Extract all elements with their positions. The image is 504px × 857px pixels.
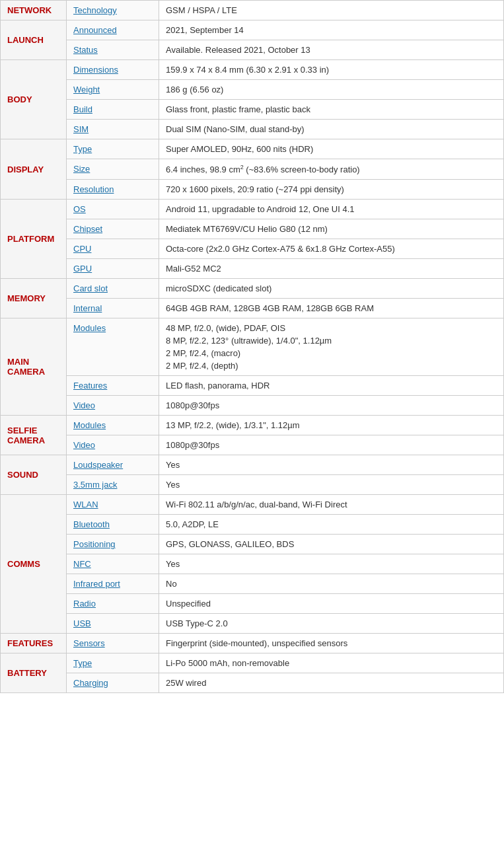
spec-label[interactable]: GPU — [67, 259, 159, 279]
spec-value: GSM / HSPA / LTE — [159, 1, 504, 20]
category-label: DISPLAY — [1, 139, 67, 200]
spec-label-link[interactable]: Technology — [73, 5, 117, 15]
table-row: NFCYes — [1, 554, 504, 574]
spec-label-link[interactable]: NFC — [73, 559, 91, 569]
spec-value: 64GB 4GB RAM, 128GB 4GB RAM, 128GB 6GB R… — [159, 299, 504, 318]
table-row: DISPLAYTypeSuper AMOLED, 90Hz, 600 nits … — [1, 139, 504, 159]
spec-label[interactable]: 3.5mm jack — [67, 475, 159, 495]
spec-label[interactable]: Positioning — [67, 535, 159, 554]
spec-label[interactable]: USB — [67, 614, 159, 634]
spec-label[interactable]: Weight — [67, 80, 159, 100]
spec-label-link[interactable]: Build — [73, 104, 92, 114]
spec-value: 13 MP, f/2.2, (wide), 1/3.1", 1.12µm — [159, 416, 504, 435]
spec-label[interactable]: Modules — [67, 416, 159, 435]
spec-label[interactable]: CPU — [67, 239, 159, 259]
spec-label-link[interactable]: OS — [73, 204, 86, 214]
spec-label-link[interactable]: Dimensions — [73, 65, 118, 75]
table-row: NETWORKTechnologyGSM / HSPA / LTE — [1, 1, 504, 20]
spec-value: Unspecified — [159, 594, 504, 614]
spec-label-link[interactable]: Status — [73, 45, 98, 55]
spec-label[interactable]: Card slot — [67, 279, 159, 299]
spec-label[interactable]: OS — [67, 200, 159, 219]
spec-label[interactable]: Build — [67, 100, 159, 120]
spec-label-link[interactable]: CPU — [73, 244, 91, 254]
spec-label[interactable]: SIM — [67, 120, 159, 139]
spec-label[interactable]: Status — [67, 40, 159, 60]
spec-value: Yes — [159, 455, 504, 475]
spec-label[interactable]: Loudspeaker — [67, 455, 159, 475]
table-row: SIMDual SIM (Nano-SIM, dual stand-by) — [1, 120, 504, 139]
table-row: GPUMali-G52 MC2 — [1, 259, 504, 279]
spec-label-link[interactable]: Card slot — [73, 283, 108, 293]
spec-label-link[interactable]: Loudspeaker — [73, 460, 123, 470]
spec-label[interactable]: Type — [67, 139, 159, 159]
specs-table: NETWORKTechnologyGSM / HSPA / LTELAUNCHA… — [0, 0, 504, 693]
spec-label-link[interactable]: GPU — [73, 264, 92, 274]
spec-label-link[interactable]: Radio — [73, 599, 96, 609]
category-label: BODY — [1, 60, 67, 139]
spec-value: Wi-Fi 802.11 a/b/g/n/ac, dual-band, Wi-F… — [159, 495, 504, 515]
spec-label-link[interactable]: Type — [73, 658, 92, 668]
spec-label-link[interactable]: Sensors — [73, 638, 105, 648]
spec-label-link[interactable]: Chipset — [73, 224, 102, 234]
spec-label-link[interactable]: Video — [73, 440, 95, 450]
spec-label[interactable]: Chipset — [67, 219, 159, 239]
spec-label[interactable]: Technology — [67, 1, 159, 20]
table-row: MAIN CAMERAModules48 MP, f/2.0, (wide), … — [1, 318, 504, 376]
spec-label[interactable]: Charging — [67, 673, 159, 693]
table-row: MEMORYCard slotmicroSDXC (dedicated slot… — [1, 279, 504, 299]
spec-label[interactable]: Type — [67, 653, 159, 673]
spec-label-link[interactable]: 3.5mm jack — [73, 480, 117, 490]
table-row: SELFIE CAMERAModules13 MP, f/2.2, (wide)… — [1, 416, 504, 435]
spec-value: LED flash, panorama, HDR — [159, 376, 504, 396]
spec-label-link[interactable]: Charging — [73, 678, 108, 688]
table-row: Size6.4 inches, 98.9 cm2 (~83.6% screen-… — [1, 159, 504, 180]
spec-label-link[interactable]: Weight — [73, 85, 100, 94]
spec-label[interactable]: Resolution — [67, 180, 159, 200]
category-label: BATTERY — [1, 653, 67, 693]
spec-label-link[interactable]: Type — [73, 144, 92, 154]
spec-value: 25W wired — [159, 673, 504, 693]
spec-label-link[interactable]: Resolution — [73, 184, 114, 194]
spec-label-link[interactable]: Features — [73, 381, 107, 391]
spec-label[interactable]: Features — [67, 376, 159, 396]
spec-label-link[interactable]: Infrared port — [73, 579, 120, 589]
spec-label-link[interactable]: Internal — [73, 303, 102, 313]
table-row: ChipsetMediatek MT6769V/CU Helio G80 (12… — [1, 219, 504, 239]
spec-label[interactable]: WLAN — [67, 495, 159, 515]
spec-label-link[interactable]: Modules — [73, 323, 106, 333]
spec-label[interactable]: Bluetooth — [67, 515, 159, 535]
spec-label-link[interactable]: SIM — [73, 124, 89, 134]
spec-label[interactable]: Size — [67, 159, 159, 180]
spec-label[interactable]: Video — [67, 435, 159, 455]
table-row: StatusAvailable. Released 2021, October … — [1, 40, 504, 60]
spec-label[interactable]: Infrared port — [67, 574, 159, 594]
spec-value: Super AMOLED, 90Hz, 600 nits (HDR) — [159, 139, 504, 159]
table-row: CPUOcta-core (2x2.0 GHz Cortex-A75 & 6x1… — [1, 239, 504, 259]
spec-value: Fingerprint (side-mounted), unspecified … — [159, 634, 504, 653]
spec-label-link[interactable]: Announced — [73, 25, 117, 35]
spec-label[interactable]: NFC — [67, 554, 159, 574]
spec-value: Dual SIM (Nano-SIM, dual stand-by) — [159, 120, 504, 139]
spec-value: Yes — [159, 475, 504, 495]
spec-label-link[interactable]: Video — [73, 400, 95, 410]
category-label: PLATFORM — [1, 200, 67, 279]
category-label: COMMS — [1, 495, 67, 634]
spec-value: Mali-G52 MC2 — [159, 259, 504, 279]
spec-label[interactable]: Modules — [67, 318, 159, 376]
spec-label[interactable]: Sensors — [67, 634, 159, 653]
spec-value: Android 11, upgradable to Android 12, On… — [159, 200, 504, 219]
spec-label-link[interactable]: Size — [73, 164, 90, 174]
spec-label[interactable]: Radio — [67, 594, 159, 614]
spec-label[interactable]: Announced — [67, 20, 159, 40]
spec-label[interactable]: Internal — [67, 299, 159, 318]
spec-value: 186 g (6.56 oz) — [159, 80, 504, 100]
spec-label[interactable]: Video — [67, 396, 159, 416]
spec-label-link[interactable]: Modules — [73, 420, 106, 430]
spec-label-link[interactable]: Bluetooth — [73, 519, 110, 529]
spec-label[interactable]: Dimensions — [67, 60, 159, 80]
spec-label-link[interactable]: USB — [73, 618, 91, 628]
spec-label-link[interactable]: Positioning — [73, 539, 116, 549]
category-label: MEMORY — [1, 279, 67, 318]
spec-label-link[interactable]: WLAN — [73, 500, 98, 509]
